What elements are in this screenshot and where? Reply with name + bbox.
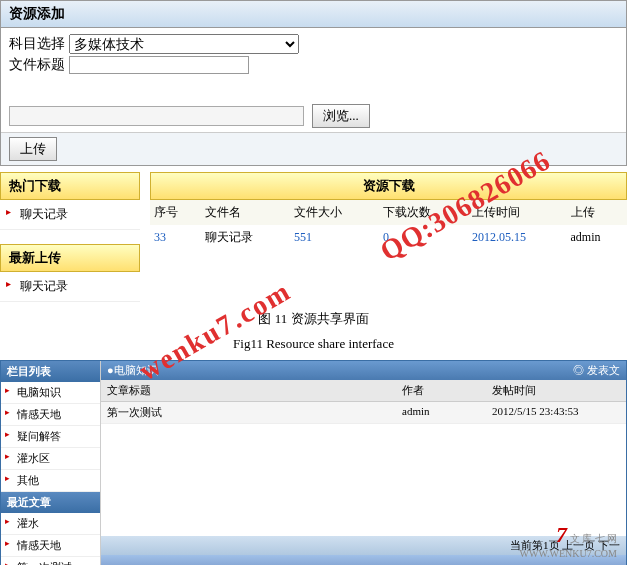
breadcrumb: ●电脑知识	[107, 363, 158, 378]
site-logo: 7 文 库 七 网 WWW.WENKU7.COM	[520, 522, 617, 559]
browse-button[interactable]: 浏览...	[312, 104, 370, 128]
sidebar-item[interactable]: 情感天地	[1, 535, 100, 557]
sidebar-item[interactable]: 第一次测试	[1, 557, 100, 565]
sidebar-item[interactable]: 聊天记录	[0, 200, 140, 230]
col-time: 上传时间	[468, 200, 567, 225]
hot-download-header: 热门下载	[0, 172, 140, 200]
post-article-link[interactable]: ◎ 发表文	[573, 363, 620, 378]
download-table-area: 资源下载 序号 文件名 文件大小 下载次数 上传时间 上传 33 聊天记录 55…	[150, 172, 627, 302]
download-header: 资源下载	[150, 172, 627, 200]
table-row[interactable]: 33 聊天记录 551 0 2012.05.15 admin	[150, 225, 627, 250]
sidebar-item[interactable]: 其他	[1, 470, 100, 492]
sidebar-item[interactable]: 疑问解答	[1, 426, 100, 448]
new-upload-header: 最新上传	[0, 244, 140, 272]
sidebar-item[interactable]: 聊天记录	[0, 272, 140, 302]
sidebar-item[interactable]: 情感天地	[1, 404, 100, 426]
download-sidebar: 热门下载 聊天记录 最新上传 聊天记录	[0, 172, 140, 302]
panel-title: 资源添加	[1, 1, 626, 28]
subject-label: 科目选择	[9, 35, 65, 53]
sidebar-item[interactable]: 灌水区	[1, 448, 100, 470]
col-time: 发帖时间	[486, 380, 626, 401]
table-row[interactable]: 第一次测试 admin 2012/5/15 23:43:53	[101, 402, 626, 424]
col-size: 文件大小	[290, 200, 379, 225]
category-header: 栏目列表	[1, 361, 100, 382]
col-count: 下载次数	[379, 200, 468, 225]
subject-select[interactable]: 多媒体技术	[69, 34, 299, 54]
figure-caption-11: 图 11 资源共享界面	[0, 310, 627, 328]
file-title-label: 文件标题	[9, 56, 65, 74]
forum-sidebar: 栏目列表 电脑知识 情感天地 疑问解答 灌水区 其他 最近文章 灌水 情感天地 …	[1, 361, 101, 565]
resource-add-panel: 资源添加 科目选择 多媒体技术 文件标题 浏览... 上传	[0, 0, 627, 166]
sidebar-item[interactable]: 灌水	[1, 513, 100, 535]
col-no: 序号	[150, 200, 201, 225]
figure-caption-11-en: Fig11 Resource share interface	[0, 336, 627, 352]
col-uploader: 上传	[567, 200, 627, 225]
col-title: 文章标题	[101, 380, 396, 401]
file-title-input[interactable]	[69, 56, 249, 74]
upload-button[interactable]: 上传	[9, 137, 57, 161]
recent-header: 最近文章	[1, 492, 100, 513]
file-path-input[interactable]	[9, 106, 304, 126]
col-author: 作者	[396, 380, 486, 401]
col-name: 文件名	[201, 200, 290, 225]
sidebar-item[interactable]: 电脑知识	[1, 382, 100, 404]
